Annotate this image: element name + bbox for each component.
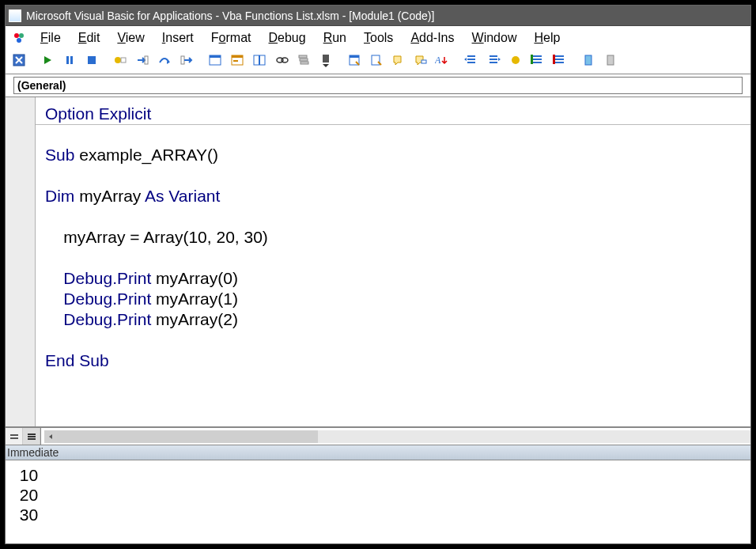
break-icon[interactable] bbox=[59, 50, 80, 70]
menu-file[interactable]: File bbox=[32, 29, 69, 47]
svg-rect-34 bbox=[10, 434, 18, 436]
svg-rect-31 bbox=[553, 55, 555, 64]
list-properties-icon[interactable] bbox=[344, 50, 365, 70]
svg-rect-4 bbox=[66, 56, 69, 64]
svg-rect-22 bbox=[301, 62, 308, 64]
margin-indicator-bar[interactable] bbox=[6, 97, 36, 426]
object-dropdown-value: (General) bbox=[17, 79, 66, 92]
full-module-view-button[interactable] bbox=[23, 428, 40, 445]
svg-point-2 bbox=[17, 38, 21, 43]
bookmark-next-icon[interactable] bbox=[600, 50, 621, 70]
procedure-view-button[interactable] bbox=[6, 428, 23, 445]
comment-block-icon[interactable] bbox=[527, 50, 548, 70]
menu-view[interactable]: View bbox=[109, 29, 152, 47]
step-into-icon[interactable] bbox=[132, 50, 153, 70]
scroll-thumb[interactable] bbox=[57, 430, 318, 443]
svg-rect-30 bbox=[531, 55, 533, 64]
svg-rect-33 bbox=[607, 55, 614, 65]
app-icon bbox=[9, 9, 21, 22]
step-over-icon[interactable] bbox=[154, 50, 175, 70]
bookmark-toggle-icon[interactable] bbox=[578, 50, 599, 70]
svg-rect-14 bbox=[232, 55, 243, 58]
svg-rect-26 bbox=[372, 55, 380, 65]
svg-point-0 bbox=[14, 33, 19, 38]
call-stack-icon[interactable] bbox=[293, 50, 314, 70]
immediate-window-icon[interactable] bbox=[227, 50, 248, 70]
code-view-strip bbox=[6, 427, 750, 445]
svg-rect-32 bbox=[585, 55, 592, 65]
immediate-window-title[interactable]: Immediate bbox=[6, 445, 750, 460]
svg-rect-12 bbox=[210, 55, 221, 58]
watch-window-icon[interactable] bbox=[249, 50, 270, 70]
menu-edit[interactable]: Edit bbox=[70, 29, 108, 47]
svg-rect-37 bbox=[28, 436, 36, 437]
uncomment-block-icon[interactable] bbox=[550, 50, 570, 70]
parameter-info-icon[interactable] bbox=[410, 50, 431, 70]
code-area: Option Explicit Sub example_ARRAY() Dim … bbox=[6, 97, 750, 427]
toolbar: A bbox=[6, 48, 750, 74]
immediate-window[interactable]: 10 20 30 bbox=[6, 460, 750, 543]
run-icon[interactable] bbox=[37, 50, 58, 70]
svg-point-1 bbox=[19, 33, 24, 38]
breakpoint-hand-icon[interactable] bbox=[505, 50, 526, 70]
locals-window-icon[interactable] bbox=[205, 50, 225, 70]
complete-word-icon[interactable]: A bbox=[433, 50, 453, 70]
svg-rect-20 bbox=[299, 55, 307, 58]
svg-point-7 bbox=[115, 57, 121, 63]
menubar: File Edit View Insert Format Debug Run T… bbox=[6, 26, 750, 48]
svg-rect-21 bbox=[300, 59, 308, 61]
outdent-icon[interactable] bbox=[483, 50, 504, 70]
menu-format[interactable]: Format bbox=[203, 29, 259, 47]
step-out-icon[interactable] bbox=[176, 50, 197, 70]
scroll-left-icon[interactable] bbox=[44, 430, 57, 443]
svg-rect-6 bbox=[88, 56, 96, 64]
indent-icon[interactable] bbox=[461, 50, 482, 70]
vbe-window: Microsoft Visual Basic for Applications … bbox=[5, 5, 751, 544]
menu-addins[interactable]: Add-Ins bbox=[403, 29, 462, 47]
reset-icon[interactable] bbox=[81, 50, 102, 70]
svg-rect-17 bbox=[259, 55, 260, 65]
svg-rect-8 bbox=[121, 58, 126, 62]
menu-window[interactable]: Window bbox=[464, 29, 525, 47]
menu-insert[interactable]: Insert bbox=[154, 29, 202, 47]
svg-rect-27 bbox=[421, 60, 426, 63]
object-dropdown-bar: (General) bbox=[6, 74, 750, 97]
quick-watch-icon[interactable] bbox=[271, 50, 292, 70]
object-dropdown[interactable]: (General) bbox=[13, 77, 743, 94]
svg-point-29 bbox=[512, 56, 520, 64]
menu-debug[interactable]: Debug bbox=[261, 29, 314, 47]
svg-rect-35 bbox=[10, 437, 18, 439]
svg-rect-5 bbox=[70, 56, 73, 64]
svg-rect-10 bbox=[181, 56, 184, 64]
vba-addin-icon[interactable] bbox=[10, 29, 28, 47]
view-excel-icon[interactable] bbox=[9, 50, 29, 70]
menu-run[interactable]: Run bbox=[316, 29, 354, 47]
code-editor[interactable]: Option Explicit Sub example_ARRAY() Dim … bbox=[36, 97, 750, 426]
svg-rect-36 bbox=[28, 434, 36, 435]
svg-point-19 bbox=[282, 58, 288, 62]
menu-tools[interactable]: Tools bbox=[356, 29, 401, 47]
svg-rect-15 bbox=[233, 60, 238, 62]
svg-rect-25 bbox=[350, 55, 359, 58]
svg-rect-38 bbox=[28, 438, 36, 440]
toolbar-dropdown-icon[interactable] bbox=[316, 50, 336, 70]
titlebar[interactable]: Microsoft Visual Basic for Applications … bbox=[6, 6, 750, 26]
menu-help[interactable]: Help bbox=[526, 29, 568, 47]
list-constants-icon[interactable] bbox=[366, 50, 387, 70]
horizontal-scrollbar[interactable] bbox=[44, 430, 750, 443]
quick-info-icon[interactable] bbox=[388, 50, 409, 70]
svg-text:A: A bbox=[435, 55, 441, 66]
svg-rect-23 bbox=[323, 55, 329, 62]
window-title: Microsoft Visual Basic for Applications … bbox=[26, 9, 434, 22]
toggle-breakpoint-icon[interactable] bbox=[110, 50, 130, 70]
